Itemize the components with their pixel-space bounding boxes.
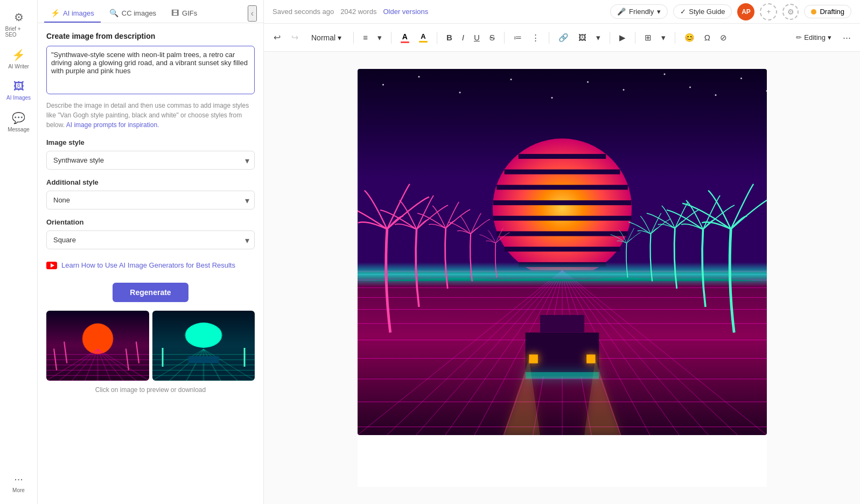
user-avatar[interactable]: AP — [737, 3, 754, 20]
align-button[interactable]: ≡ — [360, 31, 370, 44]
add-collaborator-button[interactable]: + — [760, 3, 777, 20]
text-style-dropdown[interactable]: Normal ▾ — [306, 31, 347, 44]
sidebar-item-ai-writer[interactable]: ⚡ AI Writer — [2, 44, 36, 74]
highlight-color-button[interactable]: A — [416, 31, 430, 44]
sidebar-item-ai-images[interactable]: 🖼 AI Images — [2, 76, 36, 105]
numbered-list-button[interactable]: ⋮ — [529, 31, 542, 45]
saved-status: Saved seconds ago — [272, 8, 334, 16]
meta-bar-right: 🎤 Friendly ▾ ✓ Style Guide AP + ⚙ Drafti… — [610, 3, 851, 20]
drafting-label: Drafting — [820, 8, 844, 16]
undo-button[interactable]: ↩ — [270, 30, 284, 45]
divider-7 — [635, 32, 635, 44]
emoji-button[interactable]: 😊 — [682, 31, 697, 45]
text-color-button[interactable]: A — [398, 31, 412, 45]
tab-cc-images-label: CC images — [122, 9, 156, 17]
panel-tabs: ⚡ AI images 🔍 CC images 🎞 GIFs ‹ — [38, 0, 263, 23]
editing-mode-button[interactable]: ✏ Editing ▾ — [792, 31, 836, 44]
underline-button[interactable]: U — [471, 31, 483, 44]
divider-6 — [610, 32, 610, 44]
tab-cc-images[interactable]: 🔍 CC images — [103, 4, 163, 23]
youtube-icon — [46, 261, 57, 272]
orientation-select[interactable]: Square Landscape Portrait — [46, 230, 255, 249]
panel-body: Create image from description "Synthwave… — [38, 23, 263, 504]
divider-5 — [549, 32, 549, 44]
table-button[interactable]: ⊞ — [642, 31, 654, 45]
orientation-select-wrapper: Square Landscape Portrait — [46, 230, 255, 249]
sidebar-item-message-label: Message — [8, 127, 30, 132]
prompt-inspiration-link[interactable]: AI image prompts for inspiration. — [66, 121, 159, 129]
cc-images-tab-icon: 🔍 — [109, 9, 118, 17]
tab-ai-images[interactable]: ⚡ AI images — [44, 4, 101, 23]
image-button[interactable]: 🖼 — [576, 31, 589, 44]
bold-button[interactable]: B — [444, 31, 455, 44]
synthwave-main-image[interactable] — [358, 69, 767, 435]
style-guide-check-icon: ✓ — [680, 8, 686, 16]
word-count: 2042 words — [340, 8, 376, 16]
microphone-icon: 🎤 — [617, 8, 626, 16]
pen-icon: ✏ — [796, 33, 802, 41]
highlight-color-bar — [419, 41, 428, 43]
yt-link-row: Learn How to Use AI Image Generators for… — [46, 260, 255, 272]
align-dropdown-button[interactable]: ▾ — [375, 31, 384, 45]
text-color-letter: A — [402, 32, 408, 41]
sidebar-item-more-label: More — [12, 487, 25, 493]
thumbnail-2[interactable] — [152, 311, 255, 381]
older-versions-link[interactable]: Older versions — [383, 8, 428, 16]
tone-label: Friendly — [629, 8, 654, 16]
toolbar-right: ✏ Editing ▾ ⋯ — [792, 31, 854, 45]
message-icon: 💬 — [12, 111, 25, 124]
drafting-badge[interactable]: Drafting — [804, 5, 851, 18]
settings-button[interactable]: ⚙ — [782, 4, 799, 20]
synthwave-image-container[interactable] — [358, 69, 767, 435]
prompt-hint: Describe the image in detail and then us… — [46, 101, 255, 130]
sidebar-item-ai-images-label: AI Images — [6, 95, 31, 101]
side-panel: ⚡ AI images 🔍 CC images 🎞 GIFs ‹ Create … — [38, 0, 264, 504]
regenerate-button[interactable]: Regenerate — [113, 283, 188, 302]
sidebar: ⚙ Brief + SEO ⚡ AI Writer 🖼 AI Images 💬 … — [0, 0, 38, 504]
gifs-tab-icon: 🎞 — [171, 9, 179, 17]
tab-gifs[interactable]: 🎞 GIFs — [165, 4, 204, 23]
prompt-textarea[interactable]: "Synthwave-style scene with neon-lit pal… — [46, 46, 255, 94]
sidebar-item-more[interactable]: ··· More — [2, 468, 36, 498]
thumbnail-1[interactable] — [46, 311, 149, 381]
click-hint: Click on image to preview or download — [46, 386, 255, 394]
image-style-select[interactable]: Synthwave style Realistic Watercolor Oil… — [46, 151, 255, 170]
strikethrough-button[interactable]: S — [487, 31, 498, 44]
style-guide-label: Style Guide — [689, 8, 725, 16]
image-style-select-wrapper: Synthwave style Realistic Watercolor Oil… — [46, 151, 255, 170]
toolbar-left: ↩ ↪ Normal ▾ ≡ ▾ A A B I U S ≔ — [270, 30, 730, 45]
ai-images-tab-icon: ⚡ — [51, 9, 60, 17]
image-style-label: Image style — [46, 138, 255, 146]
link-button[interactable]: 🔗 — [556, 31, 571, 45]
italic-button[interactable]: I — [459, 31, 467, 44]
clear-format-button[interactable]: ⊘ — [717, 31, 730, 45]
additional-style-select[interactable]: None Dark Light Vintage Minimalist — [46, 191, 255, 209]
image-dropdown-button[interactable]: ▾ — [593, 31, 603, 45]
formatting-toolbar: ↩ ↪ Normal ▾ ≡ ▾ A A B I U S ≔ — [264, 24, 860, 52]
style-guide-button[interactable]: ✓ Style Guide — [673, 4, 732, 19]
redo-button[interactable]: ↪ — [288, 30, 302, 45]
sidebar-item-brief-seo[interactable]: ⚙ Brief + SEO — [2, 6, 36, 42]
panel-collapse-button[interactable]: ‹ — [248, 5, 257, 22]
main-area: Saved seconds ago 2042 words Older versi… — [264, 0, 860, 504]
divider-8 — [675, 32, 675, 44]
divider-4 — [504, 32, 505, 44]
yt-link[interactable]: Learn How to Use AI Image Generators for… — [61, 260, 235, 271]
table-dropdown-button[interactable]: ▾ — [659, 31, 668, 45]
tone-friendly-button[interactable]: 🎤 Friendly ▾ — [610, 4, 668, 19]
text-style-label: Normal — [311, 33, 335, 42]
play-button[interactable]: ▶ — [617, 31, 628, 45]
drafting-status-dot — [811, 9, 816, 15]
brief-seo-icon: ⚙ — [14, 11, 24, 24]
thumbnail-grid — [46, 311, 255, 381]
section-title: Create image from description — [46, 32, 255, 40]
bullet-list-button[interactable]: ≔ — [511, 31, 525, 45]
more-options-button[interactable]: ⋯ — [840, 31, 854, 45]
divider-2 — [391, 32, 391, 44]
special-chars-button[interactable]: Ω — [702, 31, 713, 44]
sidebar-item-brief-seo-label: Brief + SEO — [5, 26, 32, 38]
sidebar-item-ai-writer-label: AI Writer — [8, 64, 29, 69]
ai-images-icon: 🖼 — [13, 80, 24, 93]
sidebar-item-message[interactable]: 💬 Message — [2, 107, 36, 137]
tab-gifs-label: GIFs — [182, 9, 197, 17]
